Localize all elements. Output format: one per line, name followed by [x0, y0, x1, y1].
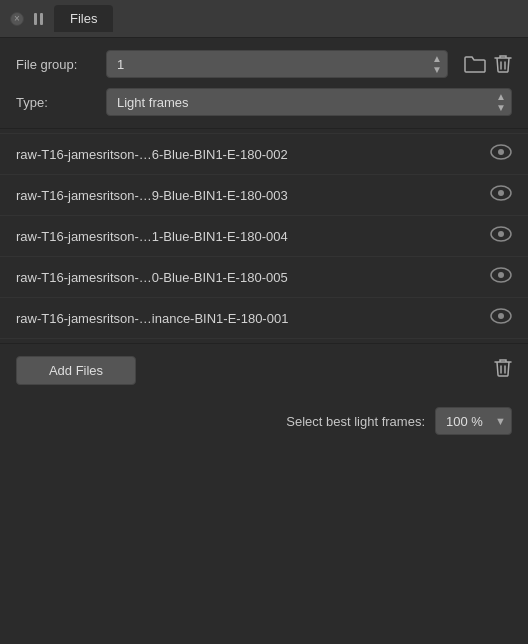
delete-bottom-icon[interactable] — [494, 358, 512, 383]
type-select-wrapper: Light frames Dark frames Flat frames Bia… — [106, 88, 512, 116]
file-item: raw-T16-jamesritson-…0-Blue-BIN1-E-180-0… — [0, 257, 528, 298]
file-name: raw-T16-jamesritson-…0-Blue-BIN1-E-180-0… — [16, 270, 480, 285]
eye-icon-3[interactable] — [490, 267, 512, 287]
svg-point-9 — [498, 231, 504, 237]
trash-icon[interactable] — [494, 54, 512, 74]
file-name: raw-T16-jamesritson-…1-Blue-BIN1-E-180-0… — [16, 229, 480, 244]
type-row: Type: Light frames Dark frames Flat fram… — [16, 88, 512, 116]
svg-point-11 — [498, 272, 504, 278]
type-label: Type: — [16, 95, 96, 110]
file-group-row: File group: 1 2 3 ▲ ▼ — [16, 50, 512, 78]
title-bar: × Files — [0, 0, 528, 38]
svg-rect-0 — [34, 13, 37, 25]
select-best-select[interactable]: 100 % 90 % 80 % 70 % 50 % — [435, 407, 512, 435]
select-best-select-wrapper: 100 % 90 % 80 % 70 % 50 % ▼ — [435, 407, 512, 435]
file-item: raw-T16-jamesritson-…6-Blue-BIN1-E-180-0… — [0, 133, 528, 175]
type-select[interactable]: Light frames Dark frames Flat frames Bia… — [106, 88, 512, 116]
svg-point-5 — [498, 149, 504, 155]
files-tab[interactable]: Files — [54, 5, 113, 32]
eye-icon-2[interactable] — [490, 226, 512, 246]
file-group-label: File group: — [16, 57, 96, 72]
eye-icon-0[interactable] — [490, 144, 512, 164]
add-files-button[interactable]: Add Files — [16, 356, 136, 385]
eye-icon-4[interactable] — [490, 308, 512, 328]
file-name: raw-T16-jamesritson-…9-Blue-BIN1-E-180-0… — [16, 188, 480, 203]
form-area: File group: 1 2 3 ▲ ▼ — [0, 38, 528, 129]
file-item: raw-T16-jamesritson-…inance-BIN1-E-180-0… — [0, 298, 528, 339]
file-group-select-wrapper: 1 2 3 ▲ ▼ — [106, 50, 448, 78]
file-name: raw-T16-jamesritson-…inance-BIN1-E-180-0… — [16, 311, 480, 326]
svg-point-7 — [498, 190, 504, 196]
file-name: raw-T16-jamesritson-…6-Blue-BIN1-E-180-0… — [16, 147, 480, 162]
file-item: raw-T16-jamesritson-…1-Blue-BIN1-E-180-0… — [0, 216, 528, 257]
svg-point-13 — [498, 313, 504, 319]
file-item: raw-T16-jamesritson-…9-Blue-BIN1-E-180-0… — [0, 175, 528, 216]
eye-icon-1[interactable] — [490, 185, 512, 205]
folder-icon[interactable] — [464, 55, 486, 73]
select-best-area: Select best light frames: 100 % 90 % 80 … — [0, 397, 528, 449]
toolbar-icons — [464, 54, 512, 74]
svg-rect-1 — [40, 13, 43, 25]
file-group-select[interactable]: 1 2 3 — [106, 50, 448, 78]
file-list: raw-T16-jamesritson-…6-Blue-BIN1-E-180-0… — [0, 129, 528, 343]
select-best-label: Select best light frames: — [286, 414, 425, 429]
bottom-area: Add Files — [0, 343, 528, 397]
close-button[interactable]: × — [10, 12, 24, 26]
pause-button[interactable] — [32, 12, 46, 26]
